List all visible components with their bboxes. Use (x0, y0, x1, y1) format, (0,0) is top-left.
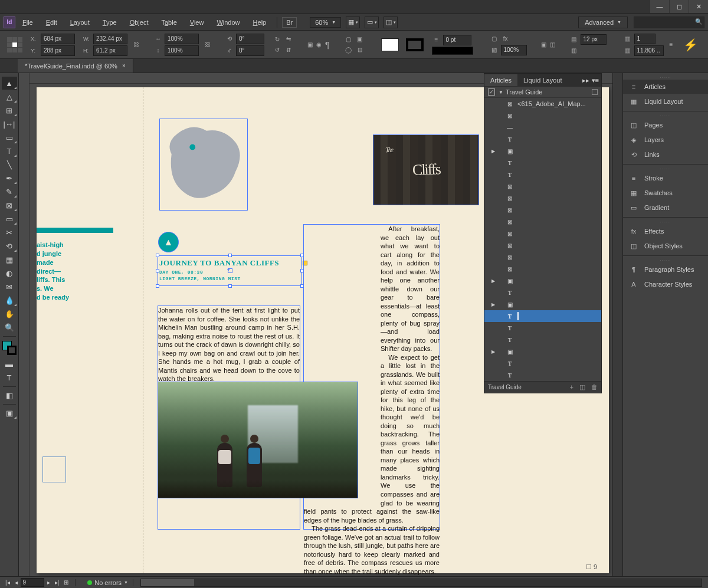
articles-panel[interactable]: Articles Liquid Layout ▸▸▾≡ ✓ ▼ Travel G… (484, 73, 602, 393)
balance-columns-icon[interactable]: ≡ (670, 40, 673, 50)
screen-mode-icon[interactable]: ▭ (365, 17, 379, 28)
scale-y-input[interactable] (165, 45, 199, 56)
x-input[interactable] (41, 34, 75, 44)
page-number-input[interactable]: 9 (21, 578, 44, 587)
pencil-tool[interactable]: ✎ (2, 185, 17, 198)
articles-tab[interactable]: Articles (484, 74, 517, 86)
quick-apply-icon[interactable]: ⚡ (676, 38, 705, 52)
gap-tool[interactable]: |↔| (2, 117, 17, 130)
text-wrap-icon[interactable]: ▢ (344, 35, 353, 44)
article-item[interactable]: T (484, 287, 601, 298)
dock-item-effects[interactable]: fxEffects (623, 224, 708, 238)
h-input[interactable] (93, 45, 127, 56)
article-list[interactable]: ⊠<615_Adobe_AI_Map...⊠—T▶▣TT⊠⊠⊠⊠⊠⊠⊠⊠▶▣T▶… (484, 98, 601, 381)
dock-item-object-styles[interactable]: ◫Object Styles (623, 239, 708, 253)
minimize-button[interactable]: — (650, 0, 669, 13)
menu-view[interactable]: View (184, 17, 210, 28)
dock-item-stroke[interactable]: ≡Stroke (623, 171, 708, 185)
article-item[interactable]: ▶▣ (484, 346, 601, 357)
article-item[interactable]: T (484, 133, 601, 145)
last-page-icon[interactable]: ▸| (53, 579, 61, 586)
menu-file[interactable]: File (17, 17, 39, 28)
view-options-icon[interactable]: ▦ (346, 17, 360, 28)
menu-help[interactable]: Help (247, 17, 273, 28)
scissors-tool[interactable]: ✂ (2, 226, 17, 239)
prev-page-icon[interactable]: ◂ (13, 579, 19, 586)
article-item[interactable]: ⊠<615_Adobe_AI_Map... (484, 98, 601, 110)
dock-item-swatches[interactable]: ▦Swatches (623, 186, 708, 200)
add-selection-icon[interactable]: ◫ (579, 383, 585, 391)
cols-input[interactable] (581, 34, 607, 45)
menu-layout[interactable]: Layout (64, 17, 96, 28)
select-container-icon[interactable]: ▣ (307, 40, 313, 50)
stroke-swatch[interactable] (406, 38, 424, 51)
article-item[interactable]: ⊠ (484, 204, 601, 216)
stroke-style-dropdown[interactable] (432, 47, 473, 55)
article-item[interactable]: ⊠ (484, 110, 601, 121)
text-wrap-jump-icon[interactable]: ⊟ (355, 45, 365, 55)
tent-icon[interactable]: ▲ (158, 232, 179, 252)
article-item[interactable]: T (484, 334, 601, 346)
free-transform-tool[interactable]: ⟲ (2, 239, 17, 252)
open-page-dropdown-icon[interactable]: ⊞ (62, 579, 70, 586)
preflight-status[interactable]: No errors ▼ (87, 579, 128, 586)
article-item[interactable]: T (484, 322, 601, 334)
fill-swatch[interactable] (381, 38, 399, 51)
selection-tool[interactable]: ▲ (2, 77, 17, 90)
rectangle-frame-tool[interactable]: ⊠ (2, 199, 17, 212)
cliffs-hero-image[interactable]: The Cliffs (373, 134, 479, 205)
dock-item-character-styles[interactable]: ACharacter Styles (623, 277, 708, 291)
next-page-icon[interactable]: ▸ (45, 579, 52, 586)
document-tab[interactable]: *TravelGuide_Final.indd @ 60% × (18, 59, 133, 73)
flip-v-icon[interactable]: ⇵ (284, 45, 293, 55)
stroke-weight-input[interactable] (443, 35, 471, 45)
liquid-layout-tab[interactable]: Liquid Layout (517, 74, 568, 86)
fill-stroke-swatch[interactable] (2, 341, 17, 355)
first-page-icon[interactable]: |◂ (4, 579, 12, 586)
menu-window[interactable]: Window (211, 17, 245, 28)
article-item[interactable]: ⊠ (484, 251, 601, 263)
article-group-header[interactable]: ✓ ▼ Travel Guide (484, 87, 601, 98)
corner-options-icon[interactable]: ▢ (490, 34, 499, 44)
zoom-level[interactable]: 60%▼ (310, 17, 341, 28)
vertical-scrollbar[interactable] (612, 73, 622, 576)
select-content-icon[interactable]: ◉ (316, 40, 322, 50)
new-article-icon[interactable]: + (570, 383, 573, 391)
article-item[interactable]: T (484, 357, 601, 369)
maximize-button[interactable]: ◻ (670, 0, 689, 13)
opacity-input[interactable] (501, 45, 527, 55)
menu-table[interactable]: Table (155, 17, 182, 28)
menu-object[interactable]: Object (124, 17, 155, 28)
type-tool[interactable]: T (2, 144, 17, 157)
article-item[interactable]: ⊠ (484, 263, 601, 275)
panel-menu-icon[interactable]: ▾≡ (592, 77, 599, 84)
effects-icon[interactable]: fx (501, 34, 510, 44)
fit-frame-icon[interactable]: ◫ (550, 40, 555, 50)
article-options-icon[interactable] (592, 89, 598, 95)
hand-tool[interactable]: ✋ (2, 307, 17, 320)
menu-type[interactable]: Type (97, 17, 123, 28)
paragraph-style-icon[interactable]: ¶ (325, 40, 330, 50)
close-button[interactable]: ✕ (689, 0, 708, 13)
y-input[interactable] (41, 45, 75, 56)
note-tool[interactable]: ✉ (2, 280, 17, 293)
dock-item-gradient[interactable]: ▭Gradient (623, 201, 708, 215)
rectangle-tool[interactable]: ▭ (2, 212, 17, 225)
shear-input[interactable] (236, 45, 264, 56)
align-icon[interactable]: ▤ (569, 35, 579, 44)
page-tool[interactable]: ⊞ (2, 104, 17, 117)
bridge-button[interactable]: Br (282, 17, 297, 28)
fit-content-icon[interactable]: ▣ (541, 40, 546, 50)
article-item[interactable]: ▶▣ (484, 145, 601, 157)
article-item[interactable]: ⊠ (484, 216, 601, 228)
apply-color-icon[interactable]: ▬ (2, 357, 17, 370)
zoom-tool[interactable]: 🔍 (2, 321, 17, 334)
article-item[interactable]: ▶▣ (484, 298, 601, 310)
close-tab-icon[interactable]: × (122, 63, 126, 69)
article-include-checkbox[interactable]: ✓ (488, 88, 495, 96)
article-item[interactable]: ⊠ (484, 239, 601, 251)
text-wrap-shape-icon[interactable]: ◯ (344, 45, 353, 55)
article-item[interactable]: ⊠ (484, 180, 601, 192)
gutter-input[interactable] (634, 45, 664, 56)
dock-item-links[interactable]: ⟲Links (623, 147, 708, 162)
